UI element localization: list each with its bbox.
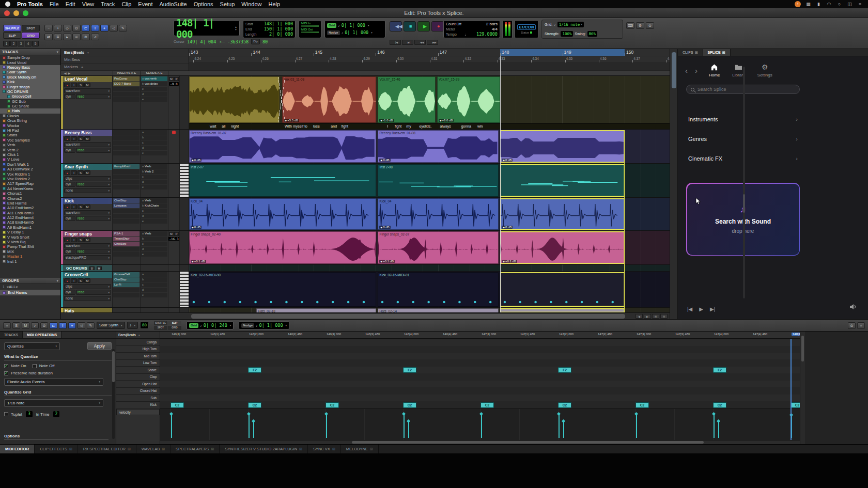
sidebar-track-reecey-bass[interactable]: Reecey Bass — [0, 65, 60, 70]
midi-note-f2[interactable]: F2 — [558, 367, 571, 373]
nudge-value[interactable]: 0| 1| 000 — [345, 30, 368, 36]
sidebar-track-v-delay-1[interactable]: V Delay 1 — [0, 230, 60, 234]
elastic-audio-select[interactable]: none▾ — [64, 188, 111, 193]
insert-slot[interactable]: ChnlStrp — [113, 198, 140, 203]
sidebar-track-chorus1[interactable]: Chorus1 — [0, 191, 60, 196]
sends-column-header[interactable]: SENDS A-E — [141, 71, 168, 75]
drum-row-clap[interactable]: Clap — [116, 374, 160, 381]
zoom-vertical-icon[interactable]: ⊟ — [660, 314, 668, 319]
record-enable-button[interactable]: ● — [64, 204, 70, 209]
send-slot[interactable]: aVerb — [141, 198, 167, 203]
track-name[interactable]: Reecey Bass — [63, 130, 112, 136]
grid-mode-button[interactable]: GRID — [22, 32, 40, 39]
velocity-stem[interactable] — [171, 414, 172, 438]
rewind-icon[interactable]: ◀◀ — [414, 40, 426, 45]
sidebar-track-end-harms[interactable]: End Harms — [0, 201, 60, 206]
splice-search-input[interactable] — [698, 87, 795, 92]
velocity-stem[interactable] — [559, 414, 560, 438]
quantize-grid-select[interactable]: 1/16 note▾ — [4, 399, 103, 407]
volume-readout[interactable]: -16.3 — [168, 237, 180, 241]
solo-button[interactable]: S — [89, 266, 95, 270]
menubar-wifi-icon[interactable]: ◠ — [826, 2, 832, 7]
mute-button[interactable]: M — [84, 136, 90, 141]
menu-edit[interactable]: Edit — [66, 1, 75, 7]
midi-mode-grid[interactable]: GRID — [168, 326, 181, 330]
insert-slot[interactable] — [113, 135, 140, 140]
markers-ruler[interactable] — [189, 63, 670, 71]
tuplet-count[interactable]: 3 — [26, 411, 33, 417]
groups-panel-header[interactable]: GROUPS▾ — [0, 278, 60, 284]
insert-slot[interactable] — [113, 175, 140, 179]
horizontal-scrollbar[interactable]: ◀▶⊞⊟ — [61, 312, 670, 319]
menubar-battery-icon[interactable]: ▮ — [816, 2, 822, 7]
send-slot[interactable]: d — [141, 146, 167, 150]
selector-tool-icon[interactable]: I — [91, 25, 99, 32]
strength-value[interactable]: 100% — [561, 31, 573, 37]
meter-label[interactable]: Meter — [446, 27, 455, 32]
sidebar-track-a4-neverknew[interactable]: A4 NeverKnew — [0, 186, 60, 191]
send-slot[interactable]: c — [141, 242, 167, 246]
insert-slot[interactable] — [113, 97, 140, 102]
sidebar-track-hats[interactable]: Hats — [0, 108, 60, 113]
midi-note-c2[interactable]: C2 — [636, 402, 649, 408]
sidebar-track-a3-dontwalk-2[interactable]: A3 DontWalk 2 — [0, 167, 60, 171]
send-slot[interactable]: e — [141, 293, 167, 297]
menubar-notification-center-icon[interactable]: ≡ — [857, 2, 863, 7]
track-header-kick[interactable]: Kick●ISMwaveform▾dynread▾ — [61, 198, 113, 230]
dyn-select[interactable]: dyn — [64, 249, 75, 254]
send-slot[interactable]: d — [141, 180, 167, 184]
velocity-stem[interactable] — [563, 421, 564, 438]
insert-slot[interactable] — [113, 146, 140, 150]
lyric-word[interactable]: my — [406, 124, 411, 128]
input-monitor-button[interactable]: I — [71, 238, 77, 242]
clip-gain-badge[interactable]: +5.5 dB — [284, 119, 299, 122]
audio-clip[interactable]: Hats_02-14 — [378, 308, 498, 312]
dyn-select[interactable]: dyn — [64, 290, 75, 295]
velocity-stem[interactable] — [408, 421, 409, 438]
menubar-screen-mirroring-icon[interactable]: ▦ — [805, 2, 811, 7]
send-slot[interactable]: d — [141, 92, 167, 97]
input-monitor-button[interactable]: I — [71, 83, 77, 87]
insert-slot[interactable] — [113, 140, 140, 145]
spot-mode-button[interactable]: SPOT — [22, 25, 40, 32]
velocity-stem[interactable] — [636, 414, 637, 438]
velocity-handle[interactable] — [479, 412, 483, 416]
menu-pro-tools[interactable]: Pro Tools — [17, 1, 43, 7]
solo-button[interactable]: S — [78, 204, 84, 209]
velocity-handle[interactable] — [402, 412, 406, 416]
track-name[interactable]: GrooveCell — [63, 272, 112, 278]
scroll-left-icon[interactable]: ◀ — [636, 314, 643, 319]
track-name[interactable]: Soar Synth — [63, 164, 112, 170]
track-height-2[interactable]: 2 — [10, 41, 17, 46]
sidebar-track-master-1[interactable]: Master 1 — [0, 254, 60, 259]
velocity-stem[interactable] — [718, 421, 719, 438]
magnifier-icon[interactable]: ⊙ — [72, 25, 81, 32]
track-view-select[interactable]: waveform▾ — [64, 88, 111, 93]
pencil-tool-icon[interactable]: ✎ — [87, 322, 95, 329]
menu-window[interactable]: Window — [241, 1, 261, 7]
insert-slot[interactable] — [113, 151, 140, 155]
target-icon[interactable]: ⊙ — [848, 322, 856, 329]
velocity-stem[interactable] — [253, 421, 254, 438]
counter-steppers[interactable]: ▲▼ — [235, 26, 237, 31]
previous-sample-icon[interactable]: |◀ — [687, 306, 692, 312]
automation-mode-select[interactable]: read▾ — [76, 148, 111, 153]
velocity-handle[interactable] — [407, 419, 410, 423]
panel-menu-icon[interactable]: ▾ — [56, 279, 58, 283]
solo-button[interactable]: S — [78, 278, 84, 283]
send-slot[interactable]: d — [141, 214, 167, 218]
note-on-checkbox[interactable]: Note On — [4, 364, 26, 368]
midi-vertical-scrollbar[interactable] — [800, 332, 805, 444]
crossfade[interactable] — [278, 76, 285, 123]
timeline-ruler[interactable]: Bars|Beats▾ Min:Secs Markers⊕ 1431441451… — [61, 49, 670, 71]
solo-button[interactable]: S — [78, 238, 84, 242]
note-off-checkbox[interactable]: Note Off — [33, 364, 55, 368]
tab-tracks[interactable]: TRACKS — [0, 332, 23, 338]
menubar-update-status-icon[interactable]: ↑ — [795, 1, 801, 7]
track-header-finger-snaps[interactable]: Finger snaps●ISMwaveform▾dynread▾elastiq… — [61, 231, 113, 264]
audio-clip[interactable]: Inst 2-08 — [378, 164, 498, 197]
solo-button[interactable]: S — [78, 170, 84, 175]
default-velocity-value[interactable]: 80 — [140, 322, 149, 329]
menu-help[interactable]: Help — [268, 1, 280, 7]
selector-tool-icon[interactable]: I — [59, 322, 67, 329]
